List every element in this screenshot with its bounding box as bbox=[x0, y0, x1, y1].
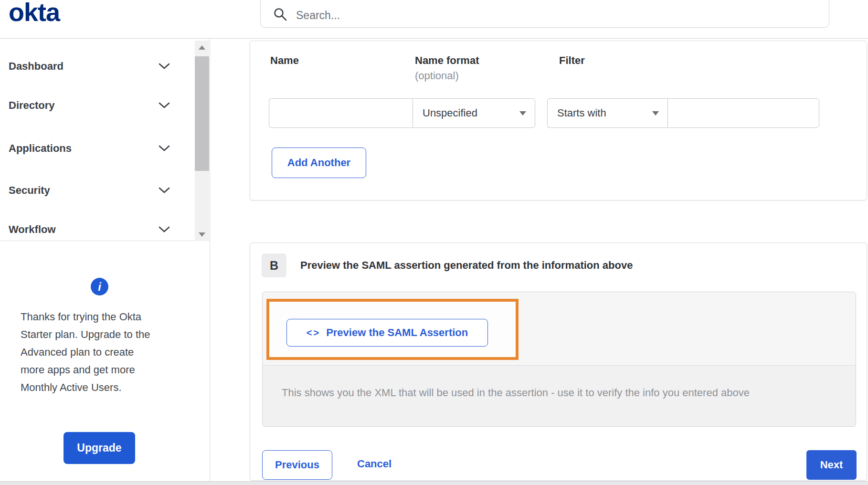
attribute-name-input[interactable] bbox=[269, 98, 413, 128]
okta-logo: okta bbox=[9, 0, 60, 27]
upgrade-button[interactable]: Upgrade bbox=[64, 432, 135, 464]
sidebar-item-label: Directory bbox=[9, 99, 55, 112]
name-column-header: Name bbox=[270, 54, 299, 67]
sidebar-item-directory[interactable]: Directory bbox=[0, 92, 191, 119]
dropdown-caret-icon bbox=[652, 111, 659, 116]
highlight-annotation-box: <> Preview the SAML Assertion bbox=[266, 299, 519, 360]
sidebar-nav: Dashboard Directory Applications Securit… bbox=[0, 39, 210, 241]
dropdown-caret-icon bbox=[519, 111, 526, 116]
sidebar-item-label: Workflow bbox=[9, 223, 56, 236]
scroll-down-button[interactable] bbox=[195, 228, 209, 241]
next-button[interactable]: Next bbox=[806, 450, 857, 480]
global-search[interactable] bbox=[260, 0, 829, 28]
preview-section-title: Preview the SAML assertion generated fro… bbox=[300, 259, 633, 272]
scrollbar-thumb[interactable] bbox=[195, 56, 209, 171]
filter-value-input[interactable] bbox=[667, 98, 819, 128]
preview-button-label: Preview the SAML Assertion bbox=[326, 327, 468, 339]
name-format-select[interactable]: Unspecified bbox=[413, 98, 535, 128]
filter-type-selected-value: Starts with bbox=[557, 107, 606, 119]
preview-saml-card: B Preview the SAML assertion generated f… bbox=[250, 242, 867, 481]
cancel-link[interactable]: Cancel bbox=[357, 458, 392, 470]
step-b-badge: B bbox=[262, 253, 286, 277]
viewport-bottom-edge bbox=[0, 481, 868, 485]
preview-panel-footer: This shows you the XML that will be used… bbox=[263, 365, 856, 426]
add-another-button[interactable]: Add Another bbox=[272, 148, 366, 178]
chevron-down-icon bbox=[159, 145, 170, 152]
trial-notice-text: Thanks for trying the Okta Starter plan.… bbox=[21, 308, 160, 396]
code-brackets-icon: <> bbox=[307, 327, 320, 338]
scroll-down-icon bbox=[199, 232, 205, 237]
sidebar-item-applications[interactable]: Applications bbox=[0, 135, 191, 162]
sidebar-item-workflow[interactable]: Workflow bbox=[0, 216, 191, 243]
sidebar-item-security[interactable]: Security bbox=[0, 177, 191, 204]
scroll-up-button[interactable] bbox=[195, 41, 209, 54]
sidebar-item-label: Dashboard bbox=[9, 60, 64, 73]
name-format-selected-value: Unspecified bbox=[423, 107, 477, 119]
previous-button[interactable]: Previous bbox=[262, 450, 332, 480]
chevron-down-icon bbox=[159, 63, 170, 70]
preview-saml-assertion-button[interactable]: <> Preview the SAML Assertion bbox=[286, 319, 488, 347]
search-icon bbox=[273, 7, 287, 21]
filter-column-header: Filter bbox=[559, 54, 585, 67]
chevron-down-icon bbox=[159, 187, 170, 194]
name-format-column-header: Name format bbox=[415, 54, 479, 67]
chevron-down-icon bbox=[159, 102, 170, 109]
name-format-optional-label: (optional) bbox=[415, 70, 459, 82]
sidebar-scrollbar[interactable] bbox=[195, 41, 209, 241]
sidebar-item-dashboard[interactable]: Dashboard bbox=[0, 53, 191, 80]
scroll-up-icon bbox=[199, 45, 205, 50]
sidebar-item-label: Applications bbox=[9, 142, 72, 155]
filter-type-select[interactable]: Starts with bbox=[547, 98, 667, 128]
info-icon: i bbox=[91, 278, 108, 295]
sidebar: Dashboard Directory Applications Securit… bbox=[0, 39, 210, 481]
okta-admin-page: okta Dashboard Directory Applications bbox=[0, 0, 868, 485]
chevron-down-icon bbox=[159, 226, 170, 233]
preview-panel: <> Preview the SAML Assertion This shows… bbox=[262, 292, 856, 427]
preview-description: This shows you the XML that will be used… bbox=[282, 387, 836, 399]
attribute-statements-card: Name Name format (optional) Filter Unspe… bbox=[250, 41, 867, 200]
sidebar-item-label: Security bbox=[9, 184, 50, 197]
search-input[interactable] bbox=[295, 9, 820, 22]
